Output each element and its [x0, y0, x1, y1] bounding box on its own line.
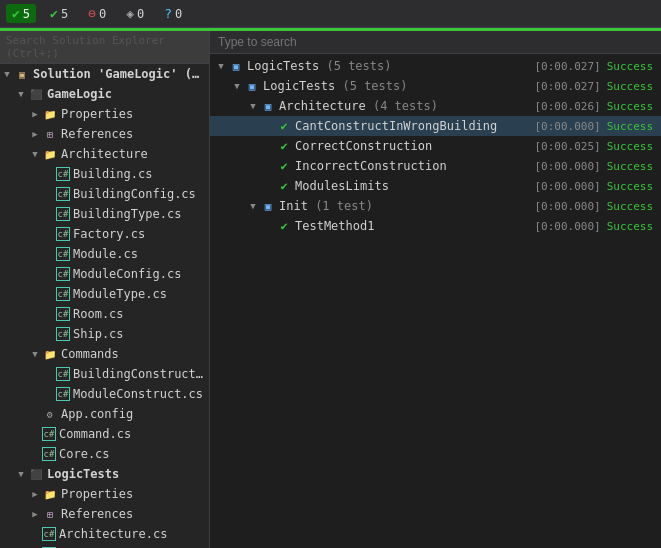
cs-file-icon: c# — [56, 367, 70, 381]
test-row-r4[interactable]: ▶ ✔ CantConstructInWrongBuilding [0:00.0… — [210, 116, 661, 136]
tree-item-moduleconfig[interactable]: ▶c#ModuleConfig.cs — [0, 264, 209, 284]
test-suffix: (4 tests) — [366, 99, 438, 113]
tree-label: Properties — [61, 487, 133, 501]
test-row-r1[interactable]: ▼ ▣ LogicTests (5 tests) [0:00.027] Succ… — [210, 56, 661, 76]
tree-item-architecturecs[interactable]: ▶c#Architecture.cs — [0, 524, 209, 544]
cs-file-icon: c# — [42, 427, 56, 441]
test-label: CorrectConstruction — [295, 139, 534, 153]
tree-item-gamelogic[interactable]: ▼⬛GameLogic — [0, 84, 209, 104]
test-time: [0:00.027] — [534, 80, 600, 93]
test-label: ModulesLimits — [295, 179, 534, 193]
pass-counter-2[interactable]: ✔ 5 — [44, 4, 74, 23]
tree-item-properties1[interactable]: ▶📁Properties — [0, 104, 209, 124]
test-row-r6[interactable]: ▶ ✔ IncorrectConstruction [0:00.000] Suc… — [210, 156, 661, 176]
solution-explorer-panel: Search Solution Explorer (Ctrl+;) ▼▣Solu… — [0, 31, 210, 548]
q-icon: ? — [164, 6, 172, 21]
cs-file-icon: c# — [56, 227, 70, 241]
test-label: LogicTests (5 tests) — [263, 79, 534, 93]
tree-item-references2[interactable]: ▶⊞References — [0, 504, 209, 524]
test-status: Success — [607, 220, 653, 233]
test-time: [0:00.026] — [534, 100, 600, 113]
test-label: Init (1 test) — [279, 199, 534, 213]
test-time: [0:00.000] — [534, 220, 600, 233]
cs-file-icon: c# — [56, 167, 70, 181]
pass-counter-1[interactable]: ✔ 5 — [6, 4, 36, 23]
cs-file-icon: c# — [56, 187, 70, 201]
tree-label: Ship.cs — [73, 327, 124, 341]
test-results-panel: ▼ ▣ LogicTests (5 tests) [0:00.027] Succ… — [210, 31, 661, 548]
tree-arrow: ▼ — [0, 67, 14, 81]
tree-label: Architecture.cs — [59, 527, 167, 541]
tree-item-core[interactable]: ▶c#Core.cs — [0, 444, 209, 464]
tree-arrow: ▶ — [28, 507, 42, 521]
test-time: [0:00.000] — [534, 180, 600, 193]
solution-tree: ▼▣Solution 'GameLogic' (2 projects)▼⬛Gam… — [0, 64, 209, 548]
test-status: Success — [607, 80, 653, 93]
reference-icon: ⊞ — [42, 506, 58, 522]
test-label: LogicTests (5 tests) — [247, 59, 534, 73]
tree-item-building[interactable]: ▶c#Building.cs — [0, 164, 209, 184]
test-arrow: ▼ — [246, 101, 260, 111]
tree-label: References — [61, 507, 133, 521]
tree-item-commands[interactable]: ▼📁Commands — [0, 344, 209, 364]
tree-item-room[interactable]: ▶c#Room.cs — [0, 304, 209, 324]
test-search-input[interactable] — [218, 35, 653, 49]
folder-icon: 📁 — [42, 146, 58, 162]
tree-item-solution[interactable]: ▼▣Solution 'GameLogic' (2 projects) — [0, 64, 209, 84]
folder-icon: 📁 — [42, 486, 58, 502]
pass-count-1: 5 — [23, 7, 30, 21]
q-counter[interactable]: ? 0 — [158, 4, 188, 23]
test-arrow: ▼ — [246, 201, 260, 211]
tree-arrow: ▼ — [28, 147, 42, 161]
solution-search-bar: Search Solution Explorer (Ctrl+;) — [0, 31, 209, 64]
test-status: Success — [607, 140, 653, 153]
tree-item-references1[interactable]: ▶⊞References — [0, 124, 209, 144]
test-row-r5[interactable]: ▶ ✔ CorrectConstruction [0:00.025] Succe… — [210, 136, 661, 156]
skip-counter[interactable]: ◈ 0 — [120, 4, 150, 23]
test-row-r8[interactable]: ▼ ▣ Init (1 test) [0:00.000] Success — [210, 196, 661, 216]
folder-icon: 📁 — [42, 106, 58, 122]
tree-item-moduletype[interactable]: ▶c#ModuleType.cs — [0, 284, 209, 304]
tree-item-init[interactable]: ▶c#Init.cs — [0, 544, 209, 548]
tree-label: Properties — [61, 107, 133, 121]
tree-label: BuildingConstruct.cs — [73, 367, 205, 381]
cs-file-icon: c# — [56, 267, 70, 281]
test-row-r3[interactable]: ▼ ▣ Architecture (4 tests) [0:00.026] Su… — [210, 96, 661, 116]
test-suffix: (5 tests) — [319, 59, 391, 73]
pass-icon-2: ✔ — [50, 6, 58, 21]
test-row-r9[interactable]: ▶ ✔ TestMethod1 [0:00.000] Success — [210, 216, 661, 236]
fail-counter[interactable]: ⊖ 0 — [82, 4, 112, 23]
test-container-icon: ▣ — [260, 98, 276, 114]
test-pass-icon: ✔ — [276, 118, 292, 134]
tree-label: ModuleConstruct.cs — [73, 387, 203, 401]
config-icon: ⚙ — [42, 406, 58, 422]
tree-label: Architecture — [61, 147, 148, 161]
tree-item-appconfig[interactable]: ▶⚙App.config — [0, 404, 209, 424]
tree-item-module[interactable]: ▶c#Module.cs — [0, 244, 209, 264]
tree-item-architecture[interactable]: ▼📁Architecture — [0, 144, 209, 164]
tree-arrow: ▶ — [28, 487, 42, 501]
pass-count-2: 5 — [61, 7, 68, 21]
cs-file-icon: c# — [42, 447, 56, 461]
test-row-r7[interactable]: ▶ ✔ ModulesLimits [0:00.000] Success — [210, 176, 661, 196]
test-label: IncorrectConstruction — [295, 159, 534, 173]
search-placeholder-text: Search Solution Explorer (Ctrl+;) — [6, 34, 203, 60]
tree-arrow: ▼ — [14, 87, 28, 101]
test-row-r2[interactable]: ▼ ▣ LogicTests (5 tests) [0:00.027] Succ… — [210, 76, 661, 96]
test-status: Success — [607, 160, 653, 173]
q-count: 0 — [175, 7, 182, 21]
tree-item-moduleconstruct[interactable]: ▶c#ModuleConstruct.cs — [0, 384, 209, 404]
tree-item-ship[interactable]: ▶c#Ship.cs — [0, 324, 209, 344]
cs-file-icon: c# — [42, 527, 56, 541]
tree-arrow: ▼ — [14, 467, 28, 481]
tree-item-buildingconfig[interactable]: ▶c#BuildingConfig.cs — [0, 184, 209, 204]
skip-icon: ◈ — [126, 6, 134, 21]
test-pass-icon: ✔ — [276, 218, 292, 234]
tree-label: Command.cs — [59, 427, 131, 441]
tree-item-logictests[interactable]: ▼⬛LogicTests — [0, 464, 209, 484]
tree-item-properties2[interactable]: ▶📁Properties — [0, 484, 209, 504]
tree-item-buildingtype[interactable]: ▶c#BuildingType.cs — [0, 204, 209, 224]
tree-item-command[interactable]: ▶c#Command.cs — [0, 424, 209, 444]
tree-item-factory[interactable]: ▶c#Factory.cs — [0, 224, 209, 244]
tree-item-buildingconstruct[interactable]: ▶c#BuildingConstruct.cs — [0, 364, 209, 384]
